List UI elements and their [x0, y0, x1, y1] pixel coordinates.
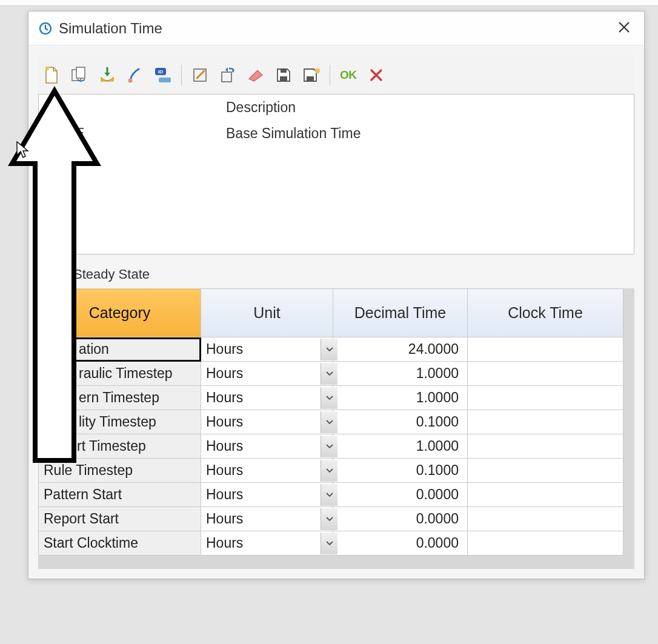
- unit-value: Hours: [206, 486, 243, 503]
- time-grid-container: Category Unit Decimal Time Clock Time at…: [38, 288, 634, 569]
- category-cell[interactable]: Report Start: [39, 507, 201, 531]
- chevron-down-icon[interactable]: [321, 484, 337, 506]
- table-row[interactable]: ationHours24.0000: [39, 337, 623, 362]
- unit-cell[interactable]: Hours: [201, 337, 333, 362]
- dialog-title: Simulation Time: [59, 20, 614, 37]
- col-header-decimal[interactable]: Decimal Time: [333, 289, 468, 337]
- table-row[interactable]: Pattern StartHours0.0000: [39, 483, 623, 507]
- edit-icon[interactable]: [190, 65, 210, 85]
- table-row[interactable]: raulic TimestepHours1.0000: [39, 362, 623, 386]
- titlebar[interactable]: Simulation Time: [28, 12, 644, 45]
- unit-value: Hours: [206, 535, 243, 551]
- clock-icon: [38, 21, 53, 36]
- list-row[interactable]: BASE Base Simulation Time: [39, 121, 634, 147]
- clock-time-cell[interactable]: [468, 459, 623, 483]
- unit-cell[interactable]: Hours: [201, 362, 333, 386]
- unit-cell[interactable]: Hours: [201, 507, 333, 531]
- undo-icon[interactable]: [218, 65, 238, 85]
- table-row[interactable]: Start ClocktimeHours0.0000: [39, 531, 623, 556]
- chevron-down-icon[interactable]: [321, 363, 337, 385]
- list-header-id: [39, 95, 218, 121]
- decimal-time-cell[interactable]: 0.0000: [333, 507, 468, 531]
- category-cell[interactable]: ation: [39, 337, 201, 362]
- unit-value: Hours: [206, 390, 243, 406]
- decimal-time-cell[interactable]: 0.0000: [333, 531, 468, 556]
- clock-time-cell[interactable]: [468, 434, 623, 459]
- clock-time-cell[interactable]: [468, 507, 623, 531]
- time-grid[interactable]: Category Unit Decimal Time Clock Time at…: [38, 288, 623, 556]
- clock-time-cell[interactable]: [468, 483, 623, 507]
- table-row[interactable]: Rule TimestepHours0.1000: [39, 459, 623, 483]
- clock-time-cell[interactable]: [468, 410, 623, 434]
- toolbar-separator: [330, 65, 330, 85]
- clock-time-cell[interactable]: [468, 531, 623, 556]
- unit-cell[interactable]: Hours: [201, 531, 333, 556]
- category-cell[interactable]: lity Timestep: [39, 410, 201, 434]
- save-as-icon[interactable]: [302, 65, 321, 85]
- chevron-down-icon[interactable]: [321, 436, 337, 457]
- svg-rect-10: [280, 76, 287, 81]
- app-background-bar: [0, 0, 658, 6]
- chevron-down-icon[interactable]: [321, 411, 337, 433]
- category-cell[interactable]: Start Clocktime: [39, 531, 201, 556]
- definition-list[interactable]: Description BASE Base Simulation Time: [38, 94, 634, 254]
- unit-cell[interactable]: Hours: [201, 434, 333, 459]
- unit-value: Hours: [206, 511, 243, 527]
- ok-button[interactable]: OK: [339, 68, 358, 82]
- tab-steady-state[interactable]: Steady State: [38, 254, 634, 288]
- unit-value: Hours: [206, 438, 243, 454]
- brush-icon[interactable]: [125, 65, 145, 85]
- category-cell[interactable]: raulic Timestep: [39, 362, 201, 386]
- category-cell[interactable]: Pattern Start: [39, 483, 201, 507]
- clock-time-cell[interactable]: [468, 386, 623, 410]
- decimal-time-cell[interactable]: 24.0000: [333, 337, 468, 362]
- unit-cell[interactable]: Hours: [201, 410, 333, 434]
- svg-rect-7: [159, 78, 171, 82]
- col-header-category[interactable]: Category: [39, 289, 201, 337]
- category-cell[interactable]: ern Timestep: [39, 386, 201, 410]
- id-badge-icon[interactable]: ID: [153, 65, 173, 85]
- simulation-time-dialog: Simulation Time ID: [28, 11, 645, 579]
- chevron-down-icon[interactable]: [321, 508, 337, 530]
- svg-point-13: [315, 68, 320, 73]
- clock-time-cell[interactable]: [468, 362, 623, 386]
- decimal-time-cell[interactable]: 1.0000: [333, 362, 468, 386]
- table-row[interactable]: Report StartHours0.0000: [39, 507, 623, 531]
- unit-value: Hours: [206, 414, 243, 430]
- copy-icon[interactable]: [70, 65, 89, 85]
- list-header: Description: [39, 95, 634, 121]
- table-row[interactable]: Report TimestepHours1.0000: [39, 434, 623, 459]
- unit-cell[interactable]: Hours: [201, 386, 333, 410]
- close-button[interactable]: [614, 19, 634, 38]
- decimal-time-cell[interactable]: 0.1000: [333, 459, 468, 483]
- clock-time-cell[interactable]: [468, 337, 623, 362]
- decimal-time-cell[interactable]: 1.0000: [333, 434, 468, 459]
- col-header-clock[interactable]: Clock Time: [468, 289, 623, 337]
- svg-rect-11: [281, 69, 287, 73]
- unit-cell[interactable]: Hours: [201, 483, 333, 507]
- decimal-time-cell[interactable]: 1.0000: [333, 386, 468, 410]
- col-header-unit[interactable]: Unit: [201, 289, 333, 337]
- eraser-icon[interactable]: [246, 65, 265, 85]
- table-row[interactable]: ern TimestepHours1.0000: [39, 386, 623, 410]
- list-row-id: BASE: [39, 121, 218, 147]
- import-icon[interactable]: [98, 65, 117, 85]
- category-cell[interactable]: Rule Timestep: [39, 459, 201, 483]
- decimal-time-cell[interactable]: 0.1000: [333, 410, 468, 434]
- svg-rect-3: [76, 67, 85, 78]
- unit-value: Hours: [206, 365, 243, 382]
- list-row-description: Base Simulation Time: [218, 121, 634, 147]
- chevron-down-icon[interactable]: [321, 460, 337, 482]
- cancel-icon[interactable]: [367, 65, 386, 85]
- save-icon[interactable]: [274, 65, 293, 85]
- chevron-down-icon[interactable]: [321, 533, 337, 554]
- decimal-time-cell[interactable]: 0.0000: [333, 483, 468, 507]
- list-header-description: Description: [218, 95, 634, 121]
- new-icon[interactable]: [42, 65, 61, 85]
- toolbar-separator: [181, 65, 182, 85]
- chevron-down-icon[interactable]: [321, 339, 337, 360]
- table-row[interactable]: lity TimestepHours0.1000: [39, 410, 623, 434]
- unit-cell[interactable]: Hours: [201, 459, 333, 483]
- chevron-down-icon[interactable]: [321, 387, 337, 409]
- category-cell[interactable]: Report Timestep: [39, 434, 201, 459]
